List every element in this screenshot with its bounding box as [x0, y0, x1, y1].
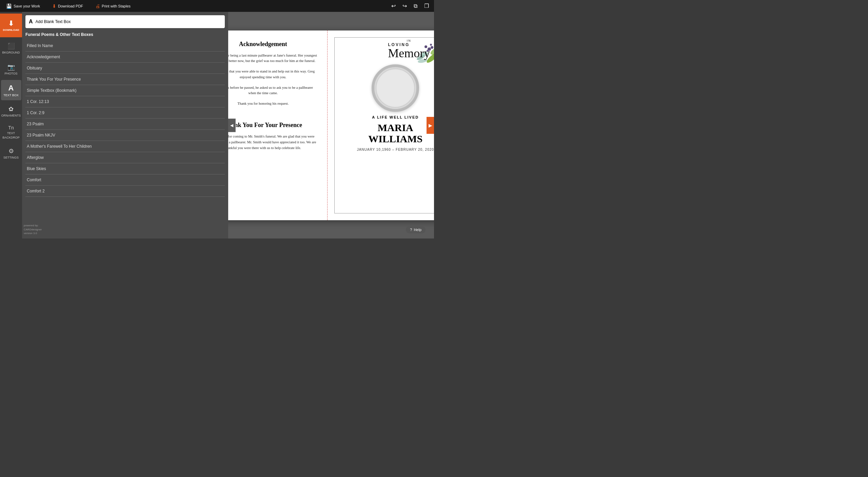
- undo-button[interactable]: ↩: [390, 2, 397, 10]
- poem-list-item[interactable]: A Mother's Farewell To Her Children: [25, 141, 225, 152]
- poem-list-item[interactable]: Comfort: [25, 174, 225, 186]
- sidebar-panel: A Add Blank Text Box Funeral Poems & Oth…: [22, 12, 228, 239]
- poem-list-item[interactable]: Blue Skies: [25, 163, 225, 174]
- sidebar-icons: ⬇ DOWNLOAD ⬛ BKGROUND 📷 PHOTOS A TEXT BO…: [0, 12, 22, 239]
- print-icon: 🖨: [95, 3, 100, 9]
- help-button[interactable]: ? Help: [406, 226, 426, 233]
- print-button[interactable]: 🖨 Print with Staples: [93, 2, 133, 10]
- save-button[interactable]: 💾 Save your Work: [3, 2, 43, 10]
- poem-list: Filled In NameAcknowledgementObituaryTha…: [25, 40, 225, 197]
- add-textbox-icon: A: [29, 19, 33, 25]
- thank-you-text1: Thank you for coming to Mr. Smith's fune…: [228, 134, 317, 151]
- photos-icon: 📷: [7, 63, 15, 71]
- poem-list-item[interactable]: 23 Psalm: [25, 119, 225, 130]
- help-icon: ?: [410, 228, 412, 232]
- person-dates: JANUARY 10,1960 – FEBRUARY 20, 2020: [357, 148, 434, 151]
- sidebar-item-settings[interactable]: ⚙ SETTINGS: [1, 143, 21, 163]
- funeral-card: Acknowledgement Thank you for being a la…: [228, 30, 434, 220]
- panel-content: A Add Blank Text Box Funeral Poems & Oth…: [22, 12, 228, 200]
- layers-button[interactable]: ❐: [422, 2, 431, 10]
- top-bar: 💾 Save your Work ⬇ Download PDF 🖨 Print …: [0, 0, 434, 12]
- floral-bottom-decoration: [422, 186, 434, 220]
- settings-label: SETTINGS: [3, 156, 19, 159]
- poem-list-item[interactable]: Thank You For Your Presence: [25, 74, 225, 85]
- photos-label: PHOTOS: [5, 72, 18, 75]
- canvas-area: ◀ Acknowledgement Thank you for being a …: [228, 12, 434, 239]
- card-right-page: IN LOVING Memory A LIFE WELL LIVED MARIA…: [328, 30, 434, 220]
- settings-icon: ⚙: [8, 147, 14, 155]
- add-textbox-button[interactable]: A Add Blank Text Box: [25, 15, 225, 28]
- main-area: ⬇ DOWNLOAD ⬛ BKGROUND 📷 PHOTOS A TEXT BO…: [0, 12, 434, 239]
- sidebar-item-photos[interactable]: 📷 PHOTOS: [1, 59, 21, 79]
- poem-list-item[interactable]: Simple Textbox (Bookmark): [25, 85, 225, 96]
- acknowledgement-text3: A few days before he passed, he asked us…: [228, 85, 317, 97]
- card-left-page: Acknowledgement Thank you for being a la…: [228, 30, 328, 220]
- poem-list-item[interactable]: Obituary: [25, 63, 225, 74]
- sidebar-item-textbox[interactable]: A TEXT BOX: [1, 80, 21, 100]
- acknowledgement-text4: Thank you for honoring his request.: [228, 101, 317, 107]
- download-icon-button[interactable]: ⬇ DOWNLOAD: [0, 14, 22, 37]
- poem-list-item[interactable]: 1 Cor. 12:13: [25, 96, 225, 107]
- redo-button[interactable]: ↪: [401, 2, 409, 10]
- sidebar-item-background[interactable]: ⬛ BKGROUND: [1, 38, 21, 58]
- background-label: BKGROUND: [2, 51, 20, 54]
- copy-button[interactable]: ⧉: [412, 2, 419, 10]
- photo-oval-frame: [372, 64, 419, 112]
- text-backdrop-label: TEXT: [7, 131, 15, 135]
- acknowledgement-text2: We are glad that you were able to stand …: [228, 69, 317, 80]
- panel-section-title: Funeral Poems & Other Text Boxes: [25, 32, 225, 37]
- poem-list-item[interactable]: 23 Psalm NKJV: [25, 130, 225, 141]
- pdf-icon: ⬇: [52, 3, 56, 9]
- ornaments-label: ORNAMENTS: [1, 114, 21, 117]
- download-icon-label: DOWNLOAD: [3, 28, 19, 32]
- thank-you-title: Thank You For Your Presence: [228, 122, 317, 129]
- sidebar-item-text-backdrop[interactable]: Tn TEXT BACKDROP: [1, 122, 21, 142]
- right-arrow-icon: ▶: [429, 123, 432, 128]
- text-backdrop-label2: BACKDROP: [2, 136, 20, 139]
- powered-by: powered by:CARDdesignerversion 3.0: [24, 224, 42, 235]
- poem-list-item[interactable]: Afterglow: [25, 152, 225, 163]
- acknowledgement-title: Acknowledgement: [228, 41, 317, 48]
- sidebar-item-ornaments[interactable]: ✿ ORNAMENTS: [1, 101, 21, 121]
- download-pdf-button[interactable]: ⬇ Download PDF: [50, 2, 86, 10]
- in-loving-top-text: IN: [388, 39, 430, 42]
- poem-list-item[interactable]: Comfort 2: [25, 186, 225, 197]
- poem-list-item[interactable]: Acknowledgement: [25, 51, 225, 63]
- help-label: Help: [414, 228, 421, 232]
- life-well-lived-text: A LIFE WELL LIVED: [372, 115, 419, 119]
- topbar-right-controls: ↩ ↪ ⧉ ❐: [390, 2, 431, 10]
- ornaments-icon: ✿: [8, 105, 14, 113]
- download-arrow-icon: ⬇: [8, 19, 14, 27]
- in-loving-script-text: Memory: [388, 47, 430, 59]
- text-backdrop-icon: Tn: [8, 125, 14, 130]
- acknowledgement-text1: Thank you for being a last minute pallbe…: [228, 53, 317, 64]
- add-textbox-label: Add Blank Text Box: [36, 19, 71, 24]
- person-name: MARIA WILLIAMS: [368, 122, 422, 144]
- in-loving-memory-text: IN LOVING Memory: [388, 39, 430, 59]
- poem-list-item[interactable]: Filled In Name: [25, 40, 225, 51]
- poem-list-item[interactable]: 1 Cor. 2:9: [25, 107, 225, 119]
- background-icon: ⬛: [7, 42, 15, 50]
- textbox-label: TEXT BOX: [3, 94, 18, 97]
- save-icon: 💾: [6, 3, 12, 9]
- next-page-button[interactable]: ▶: [427, 117, 434, 134]
- collapse-panel-button[interactable]: ◀: [228, 119, 236, 132]
- textbox-icon: A: [8, 84, 14, 92]
- right-page-content: IN LOVING Memory A LIFE WELL LIVED MARIA…: [328, 30, 434, 220]
